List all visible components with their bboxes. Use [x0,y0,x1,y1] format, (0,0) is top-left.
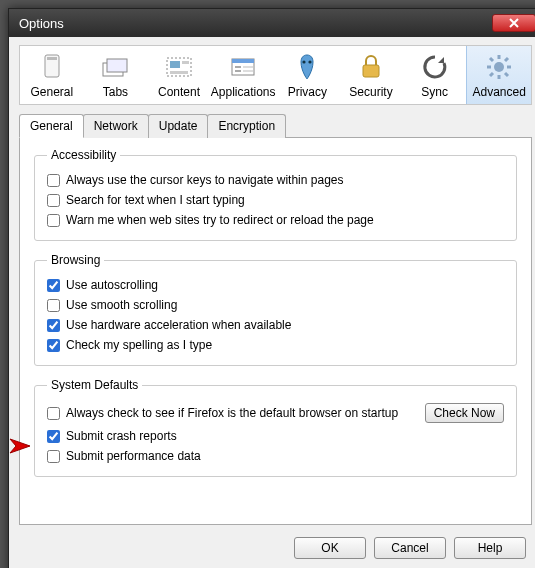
svg-line-24 [505,58,508,61]
toolbar-advanced-label: Advanced [472,85,525,99]
tab-network[interactable]: Network [83,114,149,138]
toolbar-tabs[interactable]: Tabs [84,46,148,104]
tab-encryption[interactable]: Encryption [207,114,286,138]
chk-smooth-scroll[interactable] [47,299,60,312]
svg-line-25 [490,73,493,76]
options-window: Options General Tabs Con [8,8,535,568]
chk-default-browser[interactable] [47,407,60,420]
tab-general[interactable]: General [19,114,84,138]
applications-icon [228,52,258,82]
advanced-icon [484,52,514,82]
tab-update[interactable]: Update [148,114,209,138]
lbl-search-text: Search for text when I start typing [66,193,245,207]
toolbar-privacy[interactable]: Privacy [276,46,340,104]
ok-button[interactable]: OK [294,537,366,559]
lbl-autoscroll: Use autoscrolling [66,278,158,292]
accessibility-group: Accessibility Always use the cursor keys… [34,148,517,241]
sync-icon [420,52,450,82]
svg-point-14 [303,60,306,63]
toolbar-advanced[interactable]: Advanced [466,46,531,104]
system-defaults-group: System Defaults Always check to see if F… [34,378,517,477]
window-title: Options [19,16,492,31]
chk-search-text[interactable] [47,194,60,207]
sub-tabs: General Network Update Encryption [19,114,532,138]
close-icon [509,18,519,28]
cancel-button[interactable]: Cancel [374,537,446,559]
lbl-crash-reports: Submit crash reports [66,429,177,443]
svg-line-23 [505,73,508,76]
accessibility-legend: Accessibility [47,148,120,162]
chk-spellcheck[interactable] [47,339,60,352]
security-icon [356,52,386,82]
toolbar-content-label: Content [158,85,200,99]
browsing-group: Browsing Use autoscrolling Use smooth sc… [34,253,517,366]
svg-rect-16 [363,65,379,77]
general-icon [37,52,67,82]
system-defaults-legend: System Defaults [47,378,142,392]
toolbar-security[interactable]: Security [339,46,403,104]
privacy-icon [292,52,322,82]
lbl-default-browser: Always check to see if Firefox is the de… [66,406,398,420]
chk-warn-redirect[interactable] [47,214,60,227]
browsing-legend: Browsing [47,253,104,267]
titlebar: Options [9,9,535,37]
chk-cursor-keys[interactable] [47,174,60,187]
svg-rect-10 [235,66,241,68]
toolbar-security-label: Security [349,85,392,99]
general-panel: Accessibility Always use the cursor keys… [19,137,532,525]
svg-rect-13 [243,70,253,72]
svg-point-17 [494,62,504,72]
toolbar-privacy-label: Privacy [288,85,327,99]
lbl-perf-data: Submit performance data [66,449,201,463]
toolbar-general-label: General [30,85,73,99]
chk-perf-data[interactable] [47,450,60,463]
svg-rect-9 [232,59,254,63]
toolbar-sync-label: Sync [421,85,448,99]
svg-rect-3 [107,59,127,72]
svg-rect-5 [170,61,180,68]
chk-hw-accel[interactable] [47,319,60,332]
content-icon [164,52,194,82]
toolbar-sync[interactable]: Sync [403,46,467,104]
toolbar-tabs-label: Tabs [103,85,128,99]
svg-rect-11 [235,70,241,72]
lbl-cursor-keys: Always use the cursor keys to navigate w… [66,173,343,187]
category-toolbar: General Tabs Content Applications [19,45,532,105]
chk-crash-reports[interactable] [47,430,60,443]
lbl-hw-accel: Use hardware acceleration when available [66,318,291,332]
chk-autoscroll[interactable] [47,279,60,292]
toolbar-applications[interactable]: Applications [211,46,276,104]
close-button[interactable] [492,14,535,32]
dialog-footer: OK Cancel Help [19,525,532,565]
help-button[interactable]: Help [454,537,526,559]
svg-line-22 [490,58,493,61]
lbl-smooth-scroll: Use smooth scrolling [66,298,177,312]
tabs-icon [100,52,130,82]
dialog-body: General Tabs Content Applications [9,37,535,568]
annotation-arrow-icon [8,437,34,455]
toolbar-content[interactable]: Content [147,46,211,104]
svg-rect-7 [170,71,188,74]
toolbar-general[interactable]: General [20,46,84,104]
svg-point-15 [309,60,312,63]
svg-rect-12 [243,66,253,68]
check-now-button[interactable]: Check Now [425,403,504,423]
lbl-warn-redirect: Warn me when web sites try to redirect o… [66,213,374,227]
svg-rect-1 [47,57,57,60]
lbl-spellcheck: Check my spelling as I type [66,338,212,352]
toolbar-applications-label: Applications [211,85,276,99]
svg-rect-6 [182,61,189,64]
